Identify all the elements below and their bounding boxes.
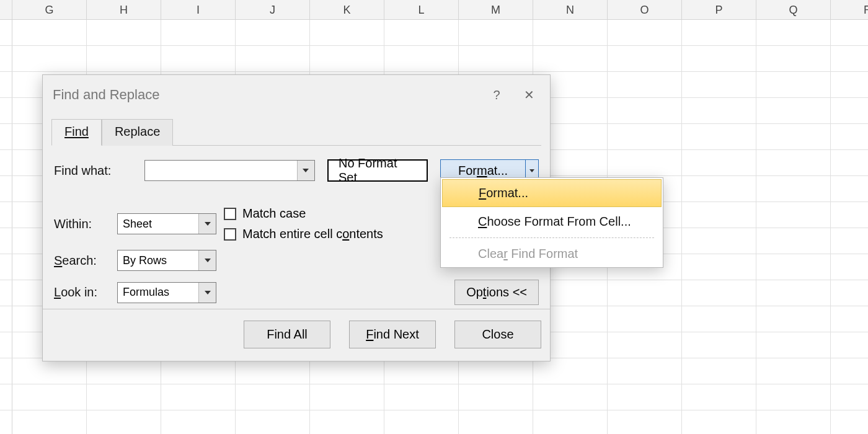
chevron-down-icon[interactable] — [297, 161, 314, 180]
col-header[interactable]: R — [831, 0, 868, 19]
lookin-label: Look in: — [54, 285, 110, 299]
dialog-footer: Find All Find Next Close — [43, 309, 550, 361]
chevron-down-icon[interactable] — [198, 283, 216, 303]
col-header[interactable]: O — [608, 0, 682, 19]
within-select[interactable]: Sheet — [117, 213, 216, 234]
col-header[interactable]: I — [161, 0, 236, 19]
dialog-title: Find and Replace — [53, 87, 159, 103]
col-header[interactable]: Q — [756, 0, 831, 19]
lookin-value: Formulas — [118, 283, 198, 303]
close-button[interactable]: Close — [454, 321, 541, 348]
column-header-row: G H I J K L M N O P Q R — [0, 0, 868, 20]
col-header[interactable]: H — [87, 0, 161, 19]
find-what-label: Find what: — [54, 164, 132, 178]
chevron-down-icon[interactable] — [198, 250, 216, 270]
col-header[interactable]: M — [459, 0, 533, 19]
search-label: Search: — [54, 254, 110, 268]
search-select[interactable]: By Rows — [117, 250, 216, 271]
match-entire-checkbox[interactable]: Match entire cell contents — [224, 227, 447, 241]
menu-item-choose-format-from-cell[interactable]: Choose Format From Cell... — [441, 208, 663, 235]
grid-row — [0, 46, 868, 72]
match-case-label: Match case — [242, 206, 306, 221]
menu-separator — [450, 237, 654, 238]
find-next-button[interactable]: Find Next — [349, 321, 436, 348]
format-preview: No Format Set — [327, 159, 428, 182]
match-case-checkbox[interactable]: Match case — [224, 206, 447, 221]
col-header[interactable]: G — [12, 0, 87, 19]
dialog-titlebar: Find and Replace ? ✕ — [43, 75, 550, 115]
col-header[interactable]: L — [384, 0, 459, 19]
search-value: By Rows — [118, 250, 198, 270]
menu-item-clear-find-format: Clear Find Format — [441, 241, 663, 267]
checkbox-icon[interactable] — [224, 228, 236, 241]
within-label: Within: — [54, 217, 110, 231]
col-header[interactable]: P — [682, 0, 756, 19]
grid-row — [0, 410, 868, 434]
grid-row — [0, 358, 868, 384]
options-button[interactable]: Options << — [454, 280, 539, 305]
grid-row — [0, 384, 868, 410]
dialog-tabs: Find Replace — [51, 118, 550, 145]
gutter — [0, 0, 12, 19]
menu-item-format[interactable]: Format... — [442, 179, 662, 207]
col-header[interactable]: J — [236, 0, 310, 19]
col-header[interactable]: N — [533, 0, 608, 19]
match-entire-label: Match entire cell contents — [242, 227, 383, 241]
within-value: Sheet — [118, 214, 198, 234]
checkbox-icon[interactable] — [224, 208, 236, 220]
find-all-button[interactable]: Find All — [244, 321, 330, 348]
grid-row — [0, 20, 868, 46]
tab-find[interactable]: Find — [51, 119, 102, 146]
find-what-input[interactable] — [144, 160, 315, 181]
format-dropdown-menu: Format... Choose Format From Cell... Cle… — [440, 177, 663, 268]
lookin-select[interactable]: Formulas — [117, 282, 216, 303]
close-icon[interactable]: ✕ — [513, 82, 545, 107]
chevron-down-icon[interactable] — [198, 214, 216, 234]
col-header[interactable]: K — [310, 0, 384, 19]
tab-replace[interactable]: Replace — [102, 119, 173, 146]
find-what-field[interactable] — [145, 161, 297, 180]
help-button[interactable]: ? — [480, 82, 513, 107]
